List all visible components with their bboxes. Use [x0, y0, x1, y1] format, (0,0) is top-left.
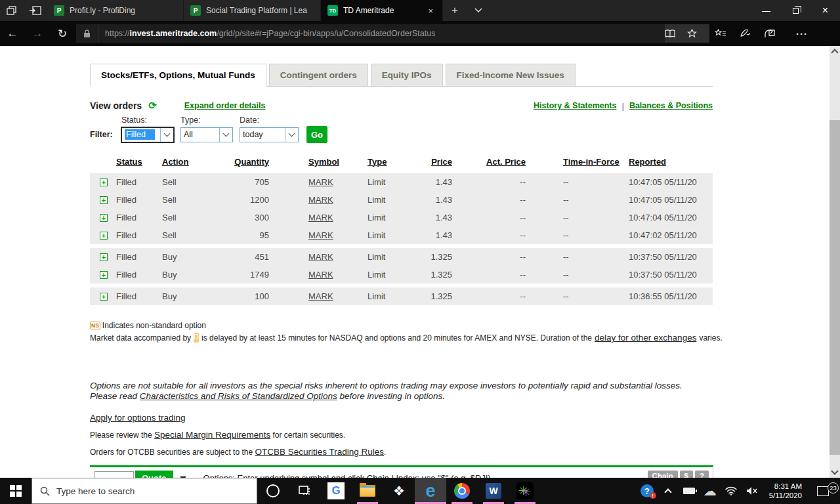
edge-icon: e: [425, 482, 435, 499]
add-favorite-star-icon[interactable]: [687, 29, 709, 39]
order-table-body: +FilledSell705MARKLimit1.43----10:47:05 …: [90, 173, 713, 305]
battery-icon[interactable]: [679, 478, 700, 504]
restore-button[interactable]: [781, 0, 810, 21]
apply-options-trading-link[interactable]: Apply for options trading: [90, 413, 186, 423]
go-button[interactable]: Go: [306, 126, 327, 143]
symbol-link[interactable]: MARK: [308, 252, 333, 262]
new-tab-button[interactable]: +: [443, 0, 467, 21]
symbol-link[interactable]: MARK: [308, 213, 333, 222]
col-time-in-force[interactable]: Time-in-Force: [563, 157, 620, 167]
cell-act-price: --: [455, 252, 528, 262]
type-select[interactable]: All: [180, 127, 233, 142]
taskbar-dropbox-button[interactable]: ❖: [383, 478, 415, 504]
tab-stocks-etfs-options[interactable]: Stocks/ETFs, Options, Mutual Funds: [90, 64, 266, 87]
expand-order-icon[interactable]: +: [100, 178, 108, 186]
cell-act-price: --: [455, 291, 528, 301]
col-action[interactable]: Action: [162, 157, 188, 167]
browser-tab-social-trading[interactable]: P Social Trading Platform | Lea: [184, 0, 321, 21]
favorites-hub-icon[interactable]: [715, 29, 740, 38]
taskbar-file-explorer-button[interactable]: [352, 478, 383, 504]
expand-order-icon[interactable]: +: [100, 196, 108, 204]
annotate-pen-icon[interactable]: [740, 29, 765, 38]
tab-equity-ipos[interactable]: Equity IPOs: [371, 64, 443, 86]
symbol-link[interactable]: MARK: [308, 270, 333, 280]
forward-icon[interactable]: →: [25, 27, 50, 40]
tab-menu-chevron-icon[interactable]: [467, 0, 490, 21]
date-select[interactable]: today: [240, 127, 299, 142]
set-tabs-aside-icon[interactable]: [24, 0, 47, 21]
quote-button[interactable]: Quote: [135, 471, 173, 478]
balances-positions-link[interactable]: Balances & Positions: [629, 101, 713, 110]
volume-muted-icon[interactable]: [742, 478, 763, 504]
order-group: +FilledBuy100MARKLimit1.325----10:36:55 …: [90, 287, 713, 305]
cell-status: Filled: [114, 270, 159, 280]
snapticket-help-button[interactable]: ?: [695, 471, 709, 478]
characteristics-risks-link[interactable]: Characteristics and Risks of Standardize…: [140, 391, 337, 401]
taskbar-google-button[interactable]: G: [320, 478, 352, 504]
tab-contingent-orders[interactable]: Contingent orders: [269, 64, 368, 86]
close-tab-icon[interactable]: ×: [425, 6, 436, 16]
symbol-link[interactable]: MARK: [308, 177, 333, 187]
onedrive-cloud-icon[interactable]: ☁: [700, 478, 721, 504]
notification-count-badge: 23: [828, 482, 839, 494]
col-price[interactable]: Price: [431, 157, 452, 167]
back-icon[interactable]: ←: [0, 27, 25, 40]
scroll-up-icon[interactable]: [831, 49, 838, 56]
reading-view-icon[interactable]: [665, 30, 687, 38]
col-reported[interactable]: Reported: [629, 157, 666, 167]
expand-order-icon[interactable]: +: [100, 232, 108, 240]
symbol-link[interactable]: MARK: [308, 195, 333, 205]
taskbar-edge-button[interactable]: e: [415, 478, 446, 504]
browser-tab-td-ameritrade[interactable]: TD TD Ameritrade ×: [321, 0, 443, 21]
settings-ellipsis-icon[interactable]: ···: [789, 28, 814, 39]
col-type[interactable]: Type: [368, 157, 387, 167]
col-status[interactable]: Status: [116, 157, 142, 167]
page-scrollbar[interactable]: [830, 46, 840, 478]
expand-order-icon[interactable]: +: [100, 293, 108, 301]
otcbb-rules-link[interactable]: OTCBB Securities Trading Rules: [255, 447, 384, 457]
taskbar-word-button[interactable]: W: [478, 478, 509, 504]
taskbar-stocks-app-button[interactable]: ✳✳: [509, 478, 541, 504]
cell-status: Filled: [114, 195, 159, 205]
close-window-button[interactable]: ×: [810, 0, 840, 21]
action-center-button[interactable]: 23: [808, 486, 840, 496]
scrollbar-thumb[interactable]: [830, 120, 840, 455]
wifi-icon[interactable]: [721, 478, 742, 504]
taskbar-search-input[interactable]: Type here to search: [32, 478, 257, 504]
asterisk-app-icon: ✳✳: [516, 482, 534, 499]
col-symbol[interactable]: Symbol: [308, 157, 339, 167]
minimize-button[interactable]: —: [751, 0, 781, 21]
taskbar-chrome-button[interactable]: [446, 478, 478, 504]
cell-reported: 10:47:05 05/11/20: [626, 177, 713, 187]
task-view-button[interactable]: [289, 478, 320, 504]
col-quantity[interactable]: Quantity: [234, 157, 269, 167]
delay-exchanges-link[interactable]: delay for other exchanges: [595, 333, 696, 343]
symbol-link[interactable]: MARK: [308, 291, 333, 301]
symbol-link[interactable]: MARK: [308, 230, 333, 240]
tray-expand-caret-icon[interactable]: [658, 478, 679, 504]
refresh-orders-icon[interactable]: ⟳: [148, 100, 157, 112]
expand-order-icon[interactable]: +: [100, 253, 108, 261]
taskbar-clock[interactable]: 8:31 AM 5/11/2020: [763, 482, 808, 500]
page-content: Stocks/ETFs, Options, Mutual Funds Conti…: [0, 46, 830, 478]
browser-tab-profitly[interactable]: P Profit.ly - ProfiDing: [47, 0, 184, 21]
share-icon[interactable]: [765, 29, 789, 38]
history-statements-link[interactable]: History & Statements: [534, 101, 616, 110]
dollar-button[interactable]: $: [680, 471, 693, 478]
cortana-button[interactable]: [257, 478, 289, 504]
refresh-page-icon[interactable]: ↻: [50, 27, 75, 41]
expand-order-icon[interactable]: +: [100, 271, 108, 279]
chain-button[interactable]: Chain: [648, 471, 678, 478]
url-field[interactable]: https://invest.ameritrade.com/grid/p/sit…: [76, 24, 709, 43]
start-button[interactable]: [0, 478, 32, 504]
col-act-price[interactable]: Act. Price: [486, 157, 526, 167]
tab-preview-icon[interactable]: [0, 0, 24, 21]
expand-order-details-link[interactable]: Expand order details: [184, 101, 266, 110]
special-margin-requirements-link[interactable]: Special Margin Requirements: [154, 430, 270, 440]
get-help-tray-icon[interactable]: ?!: [637, 478, 658, 504]
quote-symbol-input[interactable]: [94, 471, 134, 478]
status-select[interactable]: Filled: [121, 127, 174, 142]
tab-fixed-income[interactable]: Fixed-Income New Issues: [446, 64, 576, 86]
scroll-down-icon[interactable]: [831, 467, 838, 474]
expand-order-icon[interactable]: +: [100, 214, 108, 222]
